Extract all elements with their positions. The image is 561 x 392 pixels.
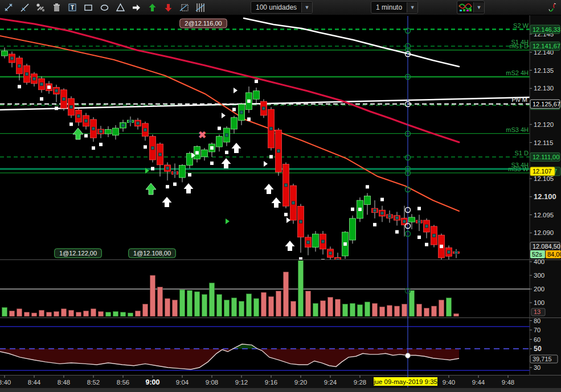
indicators-button[interactable]: ▼: [457, 1, 485, 14]
indicator-dot: [388, 215, 391, 218]
indicator-dot: [374, 209, 376, 212]
indicator-dot: [70, 106, 73, 109]
volume-bar: [417, 304, 422, 316]
indicator-square-below: [395, 230, 399, 234]
indicator-dot: [381, 212, 384, 214]
volume-bar: [84, 311, 89, 316]
indicator-square-below: [247, 117, 251, 121]
volume-bar: [99, 312, 104, 316]
arrow-up-button[interactable]: [146, 1, 158, 14]
trend-line-tool-button[interactable]: [18, 1, 31, 14]
indicator-dot: [122, 124, 125, 127]
triangle-tool-button[interactable]: [114, 1, 126, 14]
chart-background: [0, 15, 561, 392]
price-tick-label: 12.105: [534, 175, 554, 182]
indicator-square-below: [425, 243, 428, 246]
volume-tick-label: 300: [534, 272, 544, 279]
chevron-down-icon[interactable]: ▼: [407, 2, 417, 13]
pointer-tool-button[interactable]: [2, 1, 15, 14]
price-tick-label: 12.130: [534, 85, 554, 92]
chart-type-button[interactable]: [546, 1, 559, 14]
volume-bar: [224, 300, 230, 316]
indicator-square-inside: [247, 100, 251, 103]
arrow-down-button[interactable]: [162, 1, 174, 14]
candle: [216, 137, 223, 147]
tools-button[interactable]: [34, 1, 47, 14]
arrow-right-button[interactable]: [130, 1, 142, 14]
indicator-dot: [240, 111, 243, 114]
chevron-down-icon[interactable]: ▼: [301, 2, 312, 13]
candle: [253, 91, 260, 100]
candle: [113, 128, 119, 135]
price-tick-label: 12.090: [534, 229, 554, 236]
volume-bar: [343, 304, 348, 316]
time-tick-label: 9:24: [324, 379, 337, 386]
rectangle-tool-button[interactable]: [82, 1, 95, 14]
indicator-dot: [129, 120, 132, 123]
chevron-down-icon[interactable]: ▼: [473, 2, 484, 13]
indicator-square-below: [269, 155, 273, 158]
candle: [105, 130, 112, 134]
indicator-square-below: [417, 236, 421, 239]
volume-bar: [372, 303, 378, 316]
volume-bar: [136, 311, 141, 316]
level-name-label: mS1 D: [509, 43, 529, 49]
volume-bar: [69, 310, 74, 316]
trade-label[interactable]: 1@12.122,00: [55, 249, 102, 258]
osc-tick-label: 80: [534, 317, 540, 324]
indicator-square-inside: [195, 151, 199, 155]
price-tick-label: 12.120: [534, 121, 554, 128]
volume-bar: [143, 304, 148, 316]
indicator-dot: [18, 64, 21, 67]
cursor-price-badge-text: 12.107: [533, 168, 552, 175]
volume-bar: [62, 309, 67, 316]
bar-chart-button[interactable]: [194, 1, 206, 14]
indicator-square-below: [284, 213, 288, 216]
candle: [2, 51, 8, 56]
indicator-square-below: [99, 143, 103, 146]
indicator-square-below: [18, 85, 21, 88]
volume-bar: [121, 312, 126, 316]
toolbar: T 100 unidades ▼ 1 minuto ▼ ▼: [0, 0, 561, 15]
volume-bar: [380, 307, 385, 316]
indicator-square-above: [380, 198, 384, 201]
time-tick-label: 8:52: [87, 379, 100, 386]
indicator-square-below: [225, 151, 228, 154]
indicator-dot: [425, 225, 428, 228]
indicator-dot: [33, 77, 36, 80]
trade-label-text: 2@12.116,00: [185, 20, 222, 27]
indicator-dot: [11, 57, 14, 60]
trade-label[interactable]: 2@12.116,00: [180, 19, 227, 28]
indicator-dot: [322, 240, 325, 243]
level-badge-text: 12.141,67: [533, 43, 560, 49]
osc-tick-label: 50: [534, 345, 542, 353]
trade-label[interactable]: 1@12.108,00: [129, 249, 176, 258]
candle: [409, 217, 415, 222]
indicator-square-below: [55, 106, 58, 110]
timeframe-select[interactable]: 1 minuto ▼: [371, 1, 418, 14]
volume-current-text: 13: [534, 308, 540, 315]
annotations-button[interactable]: [178, 1, 190, 14]
indicator-square-below: [144, 145, 147, 148]
indicator-dot: [144, 129, 147, 131]
indicator-square-above: [351, 208, 354, 211]
indicator-square-below: [188, 173, 191, 176]
unit-size-select[interactable]: 100 unidades ▼: [251, 1, 313, 14]
indicator-dot: [263, 107, 265, 110]
volume-bar: [113, 312, 118, 316]
text-tool-button[interactable]: T: [66, 1, 79, 14]
time-tick-label: 9:20: [294, 379, 307, 386]
time-tick-label: 9:44: [472, 379, 485, 386]
volume-bar: [447, 298, 452, 316]
volume-bar: [76, 312, 81, 316]
indicator-dot: [433, 234, 436, 237]
delete-tool-button[interactable]: [50, 1, 63, 14]
time-tick-label: 9:12: [235, 379, 248, 386]
volume-bar: [47, 312, 52, 316]
time-tick-label: 9:00: [145, 378, 159, 386]
chart-svg[interactable]: ✖S2 WS1 4HmS1 DmS2 4HmS3 4HS1 DS3 4HmS3 …: [0, 0, 561, 392]
volume-bar: [158, 287, 163, 316]
volume-bar: [395, 306, 400, 316]
volume-bar: [313, 303, 318, 316]
ellipse-tool-button[interactable]: [98, 1, 110, 14]
